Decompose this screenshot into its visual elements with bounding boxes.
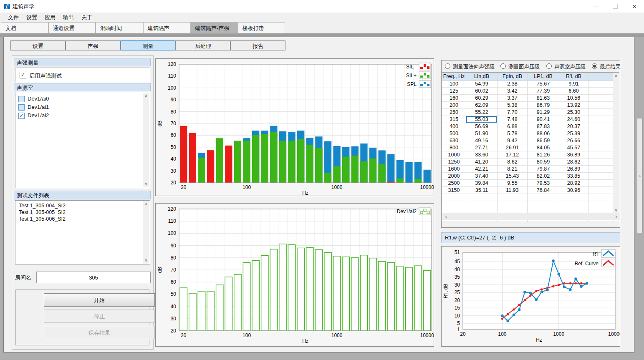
table-cell[interactable]: 5.78 bbox=[498, 130, 528, 137]
device-checkbox[interactable] bbox=[18, 104, 25, 111]
table-cell[interactable]: 160 bbox=[442, 95, 466, 102]
scroll-right-icon[interactable]: › bbox=[613, 213, 620, 220]
subtab-item[interactable]: 报告 bbox=[230, 40, 285, 50]
table-cell[interactable]: 37.40 bbox=[466, 173, 498, 180]
table-cell[interactable]: 6.60 bbox=[559, 88, 588, 95]
table-cell[interactable]: 36.89 bbox=[559, 151, 588, 159]
scroll-up-icon[interactable]: ∧ bbox=[613, 73, 619, 79]
stop-button[interactable]: 停止 bbox=[44, 310, 155, 323]
subtab-item[interactable]: 后处理 bbox=[175, 40, 230, 50]
subtab-item[interactable]: 声强 bbox=[66, 40, 121, 50]
file-list-scrollbar[interactable]: ∧ ∨ bbox=[143, 201, 149, 264]
table-cell[interactable]: 2.38 bbox=[498, 81, 528, 88]
table-cell[interactable]: 60.29 bbox=[466, 95, 498, 102]
table-cell[interactable]: 75.67 bbox=[528, 81, 559, 88]
collapse-panel-button[interactable]: ‹ bbox=[637, 118, 643, 233]
table-cell[interactable]: 42.21 bbox=[466, 166, 498, 173]
table-cell[interactable]: 20.37 bbox=[559, 123, 588, 130]
table-cell[interactable]: 81.26 bbox=[528, 151, 559, 159]
table-cell[interactable]: 81.63 bbox=[528, 95, 559, 102]
table-cell[interactable]: 28.92 bbox=[559, 180, 588, 187]
table-cell[interactable]: 77.39 bbox=[528, 88, 559, 95]
close-button[interactable]: ✕ bbox=[625, 0, 644, 13]
table-cell[interactable]: 2500 bbox=[442, 180, 466, 187]
save-results-button[interactable]: 保存结果 bbox=[44, 326, 155, 339]
table-cell[interactable]: 800 bbox=[442, 144, 466, 151]
table-cell[interactable]: 27.71 bbox=[466, 144, 498, 151]
table-cell[interactable]: 8.21 bbox=[498, 166, 528, 173]
table-cell[interactable] bbox=[588, 151, 614, 159]
table-cell[interactable]: 26.91 bbox=[498, 144, 528, 151]
table-cell[interactable]: 79.87 bbox=[528, 166, 559, 173]
tab-item[interactable]: 通道设置 bbox=[48, 22, 96, 33]
table-cell[interactable]: 26.89 bbox=[559, 166, 588, 173]
start-button[interactable]: 开始 bbox=[44, 293, 155, 307]
tab-item[interactable]: 楼板打击 bbox=[238, 22, 285, 33]
table-cell[interactable]: 55.03 bbox=[466, 116, 498, 123]
table-cell[interactable] bbox=[588, 180, 614, 187]
table-cell[interactable]: 24.60 bbox=[559, 116, 588, 123]
table-cell[interactable] bbox=[588, 159, 614, 166]
radio-label[interactable]: 测量面声压级 bbox=[508, 63, 540, 70]
table-cell[interactable]: 17.12 bbox=[498, 151, 528, 159]
table-cell[interactable]: 86.79 bbox=[528, 102, 559, 109]
table-cell[interactable] bbox=[588, 116, 614, 123]
subtab-item[interactable]: 测量 bbox=[121, 40, 176, 50]
radio-option[interactable] bbox=[500, 63, 506, 69]
tab-item[interactable]: 混响时间 bbox=[96, 22, 143, 33]
table-cell[interactable]: 91.29 bbox=[528, 109, 559, 116]
file-list-item[interactable]: Test 1_305-004_SI2 bbox=[15, 202, 150, 209]
table-cell[interactable]: 88.06 bbox=[528, 130, 559, 137]
table-cell[interactable]: 25.30 bbox=[559, 109, 588, 116]
table-cell[interactable]: 3.37 bbox=[498, 95, 528, 102]
table-cell[interactable]: 9.55 bbox=[498, 180, 528, 187]
tab-item[interactable]: 文档 bbox=[1, 22, 48, 33]
radio-option[interactable] bbox=[546, 63, 552, 69]
table-cell[interactable]: 7.70 bbox=[498, 109, 528, 116]
table-cell[interactable]: 60.02 bbox=[466, 88, 498, 95]
file-list-item[interactable]: Test 1_305-005_SI2 bbox=[15, 209, 150, 216]
table-cell[interactable]: 2000 bbox=[442, 173, 466, 180]
scroll-up-icon[interactable]: ∧ bbox=[143, 201, 149, 207]
table-cell[interactable]: 62.09 bbox=[466, 102, 498, 109]
table-cell[interactable]: 15.43 bbox=[498, 173, 528, 180]
table-cell[interactable]: 125 bbox=[442, 88, 466, 95]
table-cell[interactable]: 250 bbox=[442, 109, 466, 116]
table-cell[interactable]: 33.60 bbox=[466, 151, 498, 159]
table-cell[interactable] bbox=[588, 102, 614, 109]
table-cell[interactable]: 630 bbox=[442, 137, 466, 144]
table-cell[interactable] bbox=[588, 109, 614, 116]
room-name-input[interactable] bbox=[36, 272, 151, 283]
table-cell[interactable]: 55.22 bbox=[466, 109, 498, 116]
table-cell[interactable]: 51.90 bbox=[466, 130, 498, 137]
menu-item[interactable]: 设置 bbox=[23, 13, 41, 21]
table-cell[interactable] bbox=[588, 88, 614, 95]
table-cell[interactable]: 86.59 bbox=[528, 137, 559, 144]
table-cell[interactable]: 35.11 bbox=[466, 187, 498, 194]
table-cell[interactable] bbox=[588, 81, 614, 88]
menu-item[interactable]: 应用 bbox=[41, 13, 59, 21]
device-row[interactable]: Dev1/ai0 bbox=[15, 95, 150, 103]
table-cell[interactable]: 45.57 bbox=[559, 144, 588, 151]
table-cell[interactable] bbox=[588, 166, 614, 173]
table-cell[interactable]: 3150 bbox=[442, 187, 466, 194]
scroll-left-icon[interactable]: ‹ bbox=[442, 213, 450, 220]
table-cell[interactable] bbox=[588, 123, 614, 130]
table-cell[interactable]: 500 bbox=[442, 130, 466, 137]
scroll-down-icon[interactable]: ∨ bbox=[613, 207, 619, 214]
table-cell[interactable]: 84.05 bbox=[528, 144, 559, 151]
tab-selected[interactable]: 建筑隔声-声强 bbox=[190, 22, 238, 33]
table-cell[interactable]: 1600 bbox=[442, 166, 466, 173]
scroll-down-icon[interactable]: ∨ bbox=[143, 257, 149, 264]
file-list-item[interactable]: Test 1_305-006_SI2 bbox=[15, 216, 150, 222]
table-cell[interactable]: 79.53 bbox=[528, 180, 559, 187]
device-row[interactable]: ✓Dev1/ai2 bbox=[15, 111, 150, 120]
table-cell[interactable]: 1250 bbox=[442, 159, 466, 166]
table-cell[interactable]: 11.93 bbox=[498, 187, 528, 194]
table-hscrollbar[interactable]: ‹ › bbox=[442, 213, 620, 220]
device-checkbox[interactable] bbox=[18, 96, 25, 102]
radio-selected[interactable] bbox=[592, 63, 597, 69]
table-cell[interactable]: 25.39 bbox=[559, 130, 588, 137]
table-cell[interactable]: 9.42 bbox=[498, 137, 528, 144]
table-cell[interactable]: 33.85 bbox=[559, 173, 588, 180]
